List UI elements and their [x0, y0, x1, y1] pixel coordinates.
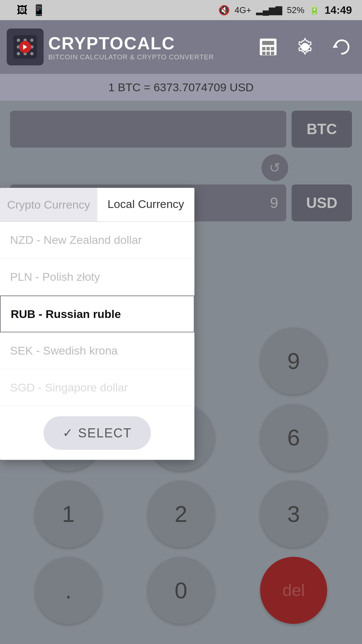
signal-type: 4G+ [235, 5, 251, 15]
app-header: CRYPTOCALC BITCOIN CALCULATOR & CRYPTO C… [0, 20, 362, 74]
modal-footer: ✓ SELECT [0, 406, 194, 460]
svg-rect-19 [271, 52, 274, 55]
battery-level: 52% [287, 5, 304, 15]
logo-title: CRYPTOCALC [48, 33, 214, 53]
logo-icon [7, 29, 44, 65]
battery-icon: 🔋 [309, 5, 320, 15]
mute-icon: 🔇 [218, 5, 230, 16]
currency-item-sek[interactable]: SEK - Swedish krona [0, 332, 194, 369]
checkmark-icon: ✓ [63, 426, 73, 440]
tab-crypto-label: Crypto Currency [7, 198, 90, 211]
currency-item-sgd[interactable]: SGD - Singapore dollar [0, 369, 194, 406]
calculator-icon [258, 37, 278, 57]
status-bar: 🖼 📱 🔇 4G+ ▂▄▆▇ 52% 🔋 14:49 [0, 0, 362, 20]
tab-local-currency[interactable]: Local Currency [97, 188, 194, 221]
svg-point-1 [17, 39, 20, 42]
phone-icon: 📱 [32, 4, 46, 16]
select-button-label: SELECT [78, 426, 132, 440]
refresh-icon [332, 37, 352, 57]
main-content: BTC ↺ 9 USD 9 4 5 [0, 101, 362, 644]
currency-item-pln[interactable]: PLN - Polish złoty [0, 259, 194, 296]
logo-text: CRYPTOCALC BITCOIN CALCULATOR & CRYPTO C… [48, 33, 214, 61]
svg-rect-15 [266, 47, 270, 50]
rate-bar: 1 BTC = 6373.7074709 USD [0, 74, 362, 101]
svg-rect-18 [266, 52, 270, 55]
logo-svg [12, 34, 39, 60]
svg-rect-13 [262, 41, 274, 45]
currency-sgd-label: SGD - Singapore dollar [10, 381, 128, 394]
logo-container: CRYPTOCALC BITCOIN CALCULATOR & CRYPTO C… [7, 29, 248, 65]
svg-rect-16 [271, 47, 274, 50]
currency-picker-modal: Crypto Currency Local Currency NZD - New… [0, 188, 194, 460]
svg-point-7 [17, 52, 20, 55]
svg-rect-17 [262, 52, 265, 55]
svg-marker-22 [333, 44, 338, 48]
calculator-button[interactable] [255, 34, 282, 60]
svg-point-21 [303, 45, 307, 49]
header-actions [255, 34, 355, 60]
svg-rect-14 [262, 47, 265, 50]
refresh-button[interactable] [328, 34, 355, 60]
settings-button[interactable] [292, 34, 318, 60]
signal-bars: ▂▄▆▇ [256, 5, 282, 15]
rate-text: 1 BTC = 6373.7074709 USD [108, 81, 254, 94]
image-icon: 🖼 [17, 4, 27, 16]
logo-subtitle: BITCOIN CALCULATOR & CRYPTO CONVERTER [48, 53, 214, 61]
tab-local-label: Local Currency [108, 198, 184, 211]
currency-rub-label: RUB - Russian ruble [11, 308, 121, 321]
currency-sek-label: SEK - Swedish krona [10, 344, 118, 357]
currency-list: NZD - New Zealand dollar PLN - Polish zł… [0, 222, 194, 406]
tab-crypto-currency[interactable]: Crypto Currency [0, 188, 97, 221]
gear-icon [295, 37, 315, 57]
currency-nzd-label: NZD - New Zealand dollar [10, 233, 142, 247]
select-button[interactable]: ✓ SELECT [44, 416, 151, 450]
currency-item-nzd[interactable]: NZD - New Zealand dollar [0, 222, 194, 259]
modal-tabs: Crypto Currency Local Currency [0, 188, 194, 222]
currency-item-rub[interactable]: RUB - Russian ruble [0, 296, 194, 332]
svg-point-9 [30, 52, 34, 55]
currency-pln-label: PLN - Polish złoty [10, 270, 100, 283]
svg-point-3 [30, 39, 34, 42]
time-display: 14:49 [324, 4, 352, 16]
